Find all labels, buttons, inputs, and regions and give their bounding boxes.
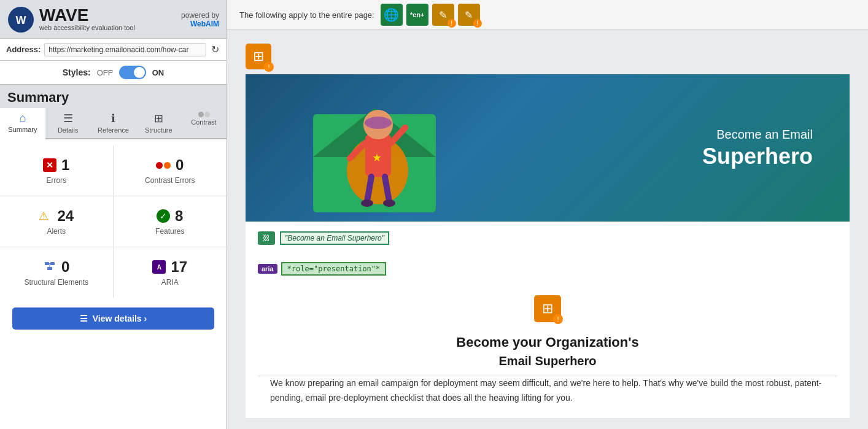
banner-icons: 🌐 *en+ ✎ ! ✎ ! xyxy=(381,4,480,26)
section-heading: Become your Organization's xyxy=(246,322,850,354)
address-input[interactable] xyxy=(44,43,206,56)
powered-label: powered by xyxy=(181,11,219,20)
section-warn-badge: ! xyxy=(553,314,563,324)
features-count: 8 xyxy=(175,207,183,225)
errors-label: Errors xyxy=(46,176,66,185)
stat-aria-row: A 17 xyxy=(152,258,187,276)
alerts-label: Alerts xyxy=(47,227,66,236)
contrast-count: 0 xyxy=(176,157,184,174)
styles-bar: Styles: OFF ON xyxy=(0,61,227,85)
address-label: Address: xyxy=(6,45,41,54)
refresh-button[interactable]: ↻ xyxy=(210,42,220,56)
aria-label: ARIA xyxy=(161,278,179,287)
link-badge[interactable]: ⛓ xyxy=(258,231,275,245)
webaim-link[interactable]: WebAIM xyxy=(190,20,219,28)
email-hero: ★ Become an Email Superhero xyxy=(246,74,850,222)
stat-features-row: ✓ 8 xyxy=(157,207,183,225)
svg-text:★: ★ xyxy=(372,152,382,164)
view-details-label: View details › xyxy=(93,314,147,323)
lang-icon[interactable]: *en+ xyxy=(406,4,428,26)
sidebar-header: W WAVE web accessibility evaluation tool… xyxy=(0,0,227,39)
summary-content: ✕ 1 Errors 0 Contrast Errors ⚠ xyxy=(0,139,227,429)
svg-point-10 xyxy=(365,117,392,129)
contrast-tab-icon xyxy=(198,112,210,117)
hero-sub: Become an Email xyxy=(702,128,813,142)
globe-icon[interactable]: 🌐 xyxy=(381,4,403,26)
tab-summary[interactable]: ⌂ Summary xyxy=(0,108,45,139)
section-subheading: Email Superhero xyxy=(246,354,850,376)
structural-count: 0 xyxy=(61,258,69,276)
link-label-text: "Become an Email Superhero" xyxy=(280,231,389,245)
logo-area: W WAVE web accessibility evaluation tool xyxy=(7,6,135,33)
tab-contrast[interactable]: Contrast xyxy=(181,108,227,139)
powered-area: powered by WebAIM xyxy=(181,11,219,28)
error-icon: ✕ xyxy=(43,158,56,172)
aria-value: *role="presentation"* xyxy=(281,262,387,276)
details-tab-icon: ☰ xyxy=(63,112,73,125)
link-icon: ⛓ xyxy=(263,234,270,242)
view-details-icon: ☰ xyxy=(80,314,88,323)
summary-tab-icon: ⌂ xyxy=(19,112,26,125)
alerts-count: 24 xyxy=(57,207,74,225)
section-content: ⊞ ! Become your Organization's Email Sup… xyxy=(246,285,850,418)
alert-icon: ⚠ xyxy=(39,209,52,223)
svg-text:W: W xyxy=(16,14,26,26)
stat-structural-row: 0 xyxy=(43,258,69,276)
tab-details[interactable]: ☰ Details xyxy=(45,108,91,139)
aria-count: 17 xyxy=(171,258,187,276)
banner-text: The following apply to the entire page: xyxy=(239,10,374,20)
main-content: The following apply to the entire page: … xyxy=(227,0,868,429)
tab-structure[interactable]: ⊞ Structure xyxy=(136,108,181,139)
page-banner: The following apply to the entire page: … xyxy=(227,0,868,30)
errors-count: 1 xyxy=(61,157,69,174)
section-warn-icon[interactable]: ⊞ ! xyxy=(534,295,561,322)
hero-illustration: ★ xyxy=(295,77,491,218)
warn-icon-2[interactable]: ✎ ! xyxy=(458,4,480,26)
tab-summary-label: Summary xyxy=(8,126,37,133)
hero-text: Become an Email Superhero xyxy=(702,128,813,169)
sidebar: W WAVE web accessibility evaluation tool… xyxy=(0,0,227,429)
wave-logo: W xyxy=(7,6,34,33)
tab-reference-label: Reference xyxy=(98,126,129,134)
stat-alerts: ⚠ 24 Alerts xyxy=(0,196,114,247)
contrast-label: Contrast Errors xyxy=(145,176,195,185)
feature-icon: ✓ xyxy=(157,209,170,223)
page-warn-badge: ! xyxy=(264,62,274,72)
tab-details-label: Details xyxy=(58,126,79,134)
tab-structure-label: Structure xyxy=(145,126,172,134)
styles-on-label: ON xyxy=(152,68,165,77)
styles-off-label: OFF xyxy=(97,68,113,77)
stat-contrast-row: 0 xyxy=(156,157,184,174)
styles-toggle[interactable] xyxy=(119,66,146,79)
warn-badge-1: ! xyxy=(448,19,456,28)
svg-point-15 xyxy=(361,199,373,207)
contrast-icon xyxy=(156,162,171,169)
annotation-link-row: ⛓ "Become an Email Superhero" xyxy=(246,222,850,255)
warn-icon-1[interactable]: ✎ ! xyxy=(432,4,454,26)
section-body: We know preparing an email campaign for … xyxy=(246,376,850,418)
page-warn-icon[interactable]: ⊞ ! xyxy=(246,44,271,69)
stat-alerts-row: ⚠ 24 xyxy=(39,207,74,225)
features-label: Features xyxy=(155,227,184,236)
stat-structural: 0 Structural Elements xyxy=(0,247,114,298)
superhero-svg: ★ xyxy=(344,91,424,214)
wave-title-area: WAVE web accessibility evaluation tool xyxy=(39,7,135,32)
structural-icon xyxy=(43,260,56,274)
svg-line-14 xyxy=(385,177,389,201)
aria-annotation: aria *role="presentation"* xyxy=(258,262,837,276)
page-warn-area: ⊞ ! xyxy=(246,36,850,74)
summary-heading: Summary xyxy=(0,85,227,108)
svg-point-16 xyxy=(383,199,395,207)
address-bar: Address: ↻ xyxy=(0,39,227,61)
stats-grid: ✕ 1 Errors 0 Contrast Errors ⚠ xyxy=(0,145,227,298)
section-warn-icon-area: ⊞ ! xyxy=(246,285,850,322)
view-details-button[interactable]: ☰ View details › xyxy=(12,307,214,330)
svg-line-13 xyxy=(367,177,371,201)
stat-features: ✓ 8 Features xyxy=(114,196,227,247)
app-title: WAVE xyxy=(39,7,135,24)
tab-reference[interactable]: ℹ Reference xyxy=(91,108,136,139)
app-subtitle: web accessibility evaluation tool xyxy=(39,24,135,32)
stat-aria: A 17 ARIA xyxy=(114,247,227,298)
stat-errors-row: ✕ 1 xyxy=(43,157,69,174)
tab-contrast-label: Contrast xyxy=(191,118,217,126)
